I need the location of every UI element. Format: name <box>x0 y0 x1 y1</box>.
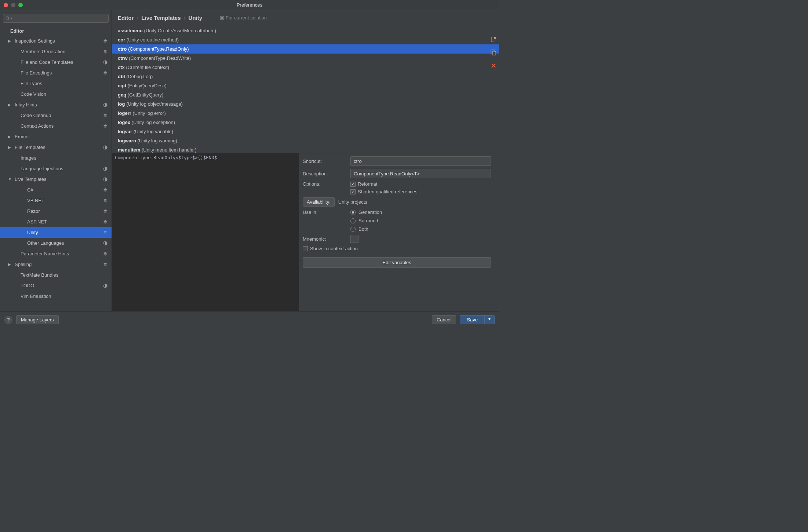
sidebar-item-label: Language Injections <box>21 166 103 171</box>
show-context-checkbox[interactable]: Show in context action <box>303 246 491 251</box>
sidebar-item-label: Live Templates <box>15 176 103 182</box>
sidebar-item-file-encodings[interactable]: File Encodings <box>0 68 112 78</box>
sidebar-item-emmet[interactable]: ▶Emmet <box>0 131 112 142</box>
sidebar-item-spelling[interactable]: ▶Spelling <box>0 259 112 270</box>
sidebar-item-inlay-hints[interactable]: ▶Inlay Hints <box>0 99 112 110</box>
template-row[interactable]: cor (Unity coroutine method) <box>112 35 499 44</box>
template-code-editor[interactable]: ComponentType.ReadOnly<$type$>()$END$ <box>112 153 299 311</box>
checkbox-icon <box>303 246 308 251</box>
solution-scope[interactable]: For current solution <box>220 15 267 21</box>
template-row[interactable]: menuitem (Unity menu item handler) <box>112 145 499 153</box>
sidebar-item-file-types[interactable]: File Types <box>0 78 112 89</box>
template-row[interactable]: logex (Unity log exception) <box>112 118 499 127</box>
save-label: Save <box>460 316 484 324</box>
dialog-footer: ? Manage Layers Cancel Save ▼ <box>0 311 499 328</box>
sidebar-item-live-templates[interactable]: ▼Live Templates <box>0 174 112 185</box>
template-abbr: assetmenu <box>118 28 143 33</box>
expand-arrow-icon: ▶ <box>8 262 12 266</box>
cancel-button[interactable]: Cancel <box>432 315 456 324</box>
template-actions <box>490 36 497 69</box>
search-field[interactable] <box>14 16 106 21</box>
shortcut-input[interactable] <box>350 156 491 166</box>
reformat-checkbox[interactable]: Reformat <box>350 181 418 187</box>
minimize-window-icon[interactable] <box>11 3 15 7</box>
sidebar-item-vim-emulation[interactable]: Vim Emulation <box>0 291 112 302</box>
availability-button[interactable]: Availability: <box>303 197 335 207</box>
help-button[interactable]: ? <box>4 316 12 324</box>
sidebar-item-textmate-bundles[interactable]: TextMate Bundles <box>0 270 112 280</box>
sidebar-item-context-actions[interactable]: Context Actions <box>0 121 112 131</box>
sidebar-item-todo[interactable]: TODO <box>0 280 112 291</box>
svg-point-36 <box>494 37 496 39</box>
sidebar-item-code-cleanup[interactable]: Code Cleanup <box>0 110 112 121</box>
sidebar-item-asp-net[interactable]: ASP.NET <box>0 216 112 227</box>
layers-icon <box>103 230 108 235</box>
breadcrumb-2[interactable]: Live Templates <box>141 15 181 21</box>
template-row[interactable]: ctx (Current file context) <box>112 63 499 72</box>
breadcrumb: Editor › Live Templates › Unity For curr… <box>112 10 499 25</box>
copy-template-icon[interactable] <box>490 49 497 56</box>
save-button[interactable]: Save ▼ <box>460 315 495 324</box>
sidebar-item-parameter-name-hints[interactable]: Parameter Name Hints <box>0 248 112 259</box>
sidebar-item-language-injections[interactable]: Language Injections <box>0 163 112 174</box>
show-context-label: Show in context action <box>310 246 358 251</box>
usein-generation-radio[interactable]: Generation <box>350 209 382 215</box>
sidebar-item-images[interactable]: Images <box>0 153 112 163</box>
shortcut-label: Shortcut: <box>303 158 347 164</box>
delete-template-icon[interactable] <box>490 62 497 69</box>
template-abbr: logwarn <box>118 138 136 143</box>
sidebar-item-label: File and Code Templates <box>21 59 103 65</box>
template-list[interactable]: assetmenu (Unity CreateAssetMenu attribu… <box>112 25 499 153</box>
template-row[interactable]: logwarn (Unity log warning) <box>112 136 499 145</box>
sidebar-item-members-generation[interactable]: Members Generation <box>0 46 112 57</box>
usein-surround-radio[interactable]: Surround <box>350 218 382 223</box>
template-desc: (Unity log warning) <box>137 138 177 143</box>
template-row[interactable]: ctro (ComponentType.ReadOnly) <box>112 44 499 54</box>
template-row[interactable]: logerr (Unity log error) <box>112 109 499 118</box>
svg-marker-29 <box>103 254 107 256</box>
search-input[interactable]: ▾ <box>3 14 109 23</box>
usein-both-radio[interactable]: Both <box>350 226 382 232</box>
scope-icon <box>103 177 108 182</box>
edit-variables-button[interactable]: Edit variables <box>303 257 491 268</box>
template-row[interactable]: geq (GetEntityQuery) <box>112 90 499 99</box>
usein-surround-label: Surround <box>358 218 378 223</box>
sidebar-item-label: Other Languages <box>27 240 103 246</box>
template-row[interactable]: log (Unity log object/message) <box>112 99 499 109</box>
tree-heading-editor: Editor <box>0 26 112 36</box>
template-row[interactable]: logvar (Unity log variable) <box>112 127 499 136</box>
template-row[interactable]: eqd (EntityQueryDesc) <box>112 81 499 90</box>
template-row[interactable]: ctrw (ComponentType.ReadWrite) <box>112 54 499 63</box>
sidebar-item-file-templates[interactable]: ▶File Templates <box>0 142 112 153</box>
sidebar-item-razor[interactable]: Razor <box>0 206 112 216</box>
svg-marker-11 <box>103 115 107 117</box>
sidebar-item-file-and-code-templates[interactable]: File and Code Templates <box>0 57 112 68</box>
sidebar-item-c-[interactable]: C# <box>0 185 112 195</box>
template-row[interactable]: dbl (Debug.Log) <box>112 72 499 81</box>
sidebar-item-vb-net[interactable]: VB.NET <box>0 195 112 206</box>
sidebar-item-other-languages[interactable]: Other Languages <box>0 238 112 248</box>
new-template-icon[interactable] <box>490 36 497 43</box>
sidebar-item-code-vision[interactable]: Code Vision <box>0 89 112 99</box>
radio-icon <box>350 210 356 215</box>
expand-arrow-icon: ▶ <box>8 135 12 139</box>
template-desc: (Unity coroutine method) <box>127 37 179 43</box>
close-window-icon[interactable] <box>4 3 8 7</box>
sidebar-item-label: C# <box>27 187 103 193</box>
maximize-window-icon[interactable] <box>18 3 23 7</box>
sidebar-item-unity[interactable]: Unity <box>0 227 112 238</box>
description-input[interactable] <box>350 169 491 178</box>
sidebar-item-label: Inspection Settings <box>15 38 103 44</box>
mnemonic-input[interactable] <box>350 235 358 243</box>
sidebar-item-inspection-settings[interactable]: ▶Inspection Settings <box>0 36 112 46</box>
template-row[interactable]: assetmenu (Unity CreateAssetMenu attribu… <box>112 26 499 35</box>
sidebar-item-label: Code Vision <box>21 91 108 97</box>
manage-layers-button[interactable]: Manage Layers <box>16 315 59 324</box>
save-dropdown-icon[interactable]: ▼ <box>484 316 494 324</box>
svg-rect-34 <box>221 17 223 19</box>
sidebar-item-label: Emmet <box>15 134 108 139</box>
shorten-refs-checkbox[interactable]: Shorten qualified references <box>350 189 418 194</box>
svg-marker-22 <box>103 211 107 213</box>
template-desc: (ComponentType.ReadOnly) <box>128 46 189 52</box>
breadcrumb-1[interactable]: Editor <box>118 15 134 21</box>
